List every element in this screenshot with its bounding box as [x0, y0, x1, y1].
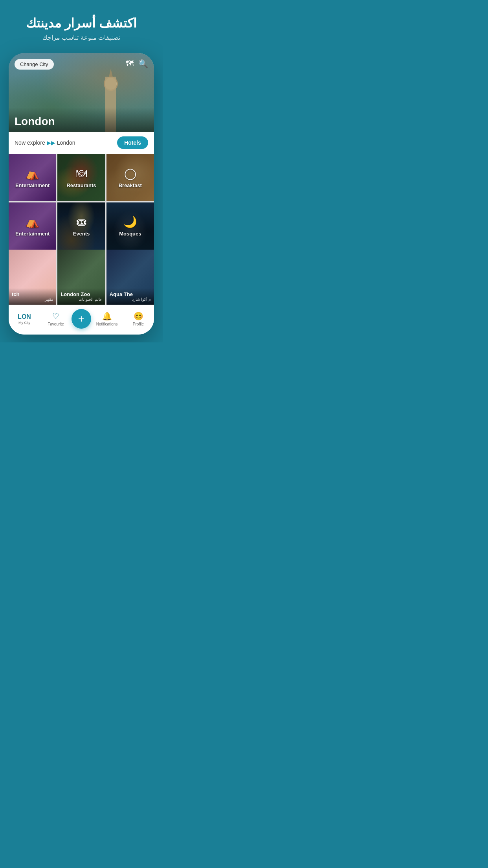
cat-overlay-entertainment2: ⛺ Entertainment — [9, 202, 56, 250]
nav-city-display: LON My City — [18, 313, 31, 325]
nav-my-city[interactable]: LON My City — [9, 313, 40, 325]
card-overlay-aqua: Aqua The م أكوا شارد — [106, 288, 154, 305]
hero-section: Change City 🗺 🔍 London — [9, 53, 154, 132]
explore-text: Now explore ▶▶ London — [15, 140, 75, 146]
card-subtitle-aqua: م أكوا شارد — [110, 297, 151, 302]
hero-icons: 🗺 🔍 — [126, 59, 148, 68]
map-icon[interactable]: 🗺 — [126, 59, 134, 68]
nav-profile[interactable]: 😊 Profile — [123, 311, 154, 326]
hero-overlay: London — [9, 107, 154, 132]
cat-overlay-entertainment: ⛺ Entertainment — [9, 154, 56, 201]
search-icon[interactable]: 🔍 — [138, 59, 148, 68]
header-subtitle: تصنيفات منوعة تناسب مزاجك — [26, 34, 137, 41]
card-overlay-sketch: tch مقهر — [9, 288, 56, 305]
events-icon: 🎟 — [76, 215, 87, 228]
card-overlay-zoo: London Zoo عالم الحيوانات — [57, 288, 105, 305]
bottom-nav: LON My City ♡ Favourite + 🔔 Notification… — [9, 305, 154, 335]
breakfast-icon: ◯ — [124, 167, 136, 180]
card-aqua[interactable]: Aqua The م أكوا شارد — [106, 250, 154, 305]
nav-add-button[interactable]: + — [72, 309, 91, 329]
city-name: London — [15, 115, 148, 128]
header-title: اكتشف أسرار مدينتك — [26, 16, 137, 31]
cards-section: tch مقهر London Zoo عالم الحيوانات Aqua … — [9, 250, 154, 305]
category-restaurants[interactable]: 🍽 Restaurants — [57, 154, 105, 201]
category-mosques[interactable]: 🌙 Mosques — [106, 202, 154, 250]
hotels-button[interactable]: Hotels — [117, 136, 148, 149]
mosques-icon: 🌙 — [123, 215, 137, 228]
category-entertainment[interactable]: ⛺ Entertainment — [9, 154, 56, 201]
profile-icon: 😊 — [134, 311, 143, 321]
category-breakfast[interactable]: ◯ Breakfast — [106, 154, 154, 201]
category-events[interactable]: 🎟 Events — [57, 202, 105, 250]
header-section: اكتشف أسرار مدينتك تصنيفات منوعة تناسب م… — [26, 16, 137, 41]
card-title-sketch: tch — [12, 291, 53, 297]
cat-overlay-restaurants: 🍽 Restaurants — [57, 154, 105, 201]
card-sketch[interactable]: tch مقهر — [9, 250, 56, 305]
entertainment2-icon: ⛺ — [26, 215, 39, 228]
cat-overlay-mosques: 🌙 Mosques — [106, 202, 154, 250]
card-title-aqua: Aqua The — [110, 291, 151, 297]
nav-favourite[interactable]: ♡ Favourite — [40, 311, 72, 326]
card-zoo[interactable]: London Zoo عالم الحيوانات — [57, 250, 105, 305]
entertainment-icon: ⛺ — [26, 167, 39, 180]
cat-overlay-events: 🎟 Events — [57, 202, 105, 250]
card-subtitle-sketch: مقهر — [12, 297, 53, 302]
nav-notifications[interactable]: 🔔 Notifications — [91, 311, 123, 326]
card-title-zoo: London Zoo — [61, 291, 102, 297]
plus-icon: + — [78, 313, 84, 324]
restaurants-icon: 🍽 — [76, 167, 87, 180]
explore-bar: Now explore ▶▶ London Hotels — [9, 132, 154, 154]
category-grid: ⛺ Entertainment 🍽 Restaurants ◯ Break — [9, 154, 154, 250]
bell-icon: 🔔 — [102, 311, 112, 321]
cat-overlay-breakfast: ◯ Breakfast — [106, 154, 154, 201]
change-city-button[interactable]: Change City — [15, 59, 54, 70]
heart-icon: ♡ — [52, 311, 59, 321]
category-entertainment2[interactable]: ⛺ Entertainment — [9, 202, 56, 250]
explore-arrow-icon: ▶▶ — [47, 140, 55, 146]
card-subtitle-zoo: عالم الحيوانات — [61, 297, 102, 302]
phone-frame: Change City 🗺 🔍 London Now explore ▶▶ Lo… — [9, 53, 154, 335]
